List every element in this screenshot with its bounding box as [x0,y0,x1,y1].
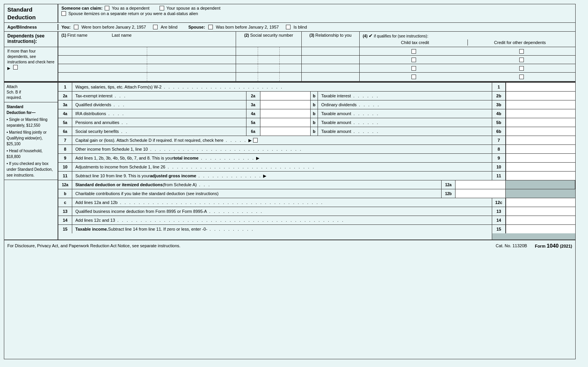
line-10-input[interactable] [506,163,575,171]
line-12a-value[interactable] [455,180,506,189]
line-3a-input[interactable] [260,100,310,109]
line-12b-input[interactable] [455,189,505,198]
dep-ssn4c[interactable] [280,73,301,81]
dep-ssn2b[interactable] [258,56,280,64]
line-9-row: 9 Add lines 1, 2b, 3b, 4b, 5b, 6b, 7, an… [58,154,575,163]
line-7-value[interactable] [506,136,575,144]
line-9-value[interactable] [506,154,575,162]
dep-col-rel: (3) Relationship to you [302,32,360,47]
dep-other-cb-2[interactable] [519,58,524,62]
line-2b-value[interactable] [506,92,575,100]
dep-fname-input-2[interactable] [58,56,147,64]
line-13-input[interactable] [506,207,575,216]
line-8-input[interactable] [506,145,575,153]
dep-ssn2a[interactable] [236,56,258,64]
line-4b-input[interactable] [506,109,575,118]
dep-ssn3b[interactable] [258,64,280,72]
line-14-input[interactable] [506,216,575,224]
dep-child-cb-3[interactable] [411,66,416,71]
line-3b-input[interactable] [506,100,575,109]
line-6b-input[interactable] [506,127,575,136]
line-13-value[interactable] [506,207,575,216]
line-2b-input[interactable] [506,92,575,100]
dep-ssn1b[interactable] [258,47,280,55]
dep-lname-input-3[interactable] [147,64,236,72]
line-12c-value[interactable] [506,198,575,207]
dep-rel-input-3[interactable] [302,64,359,72]
dep-qualify-4 [360,73,575,81]
line-12b-desc: Charitable contributions if you take the… [72,189,442,198]
line-15-value[interactable] [506,225,575,233]
line-6a-box-label: 6a [246,127,260,136]
dep-child-cb-2[interactable] [411,58,416,62]
line-11-input[interactable] [506,172,575,180]
is-blind-checkbox[interactable] [286,25,291,29]
line-12b-value[interactable] [455,189,506,198]
dep-fname-1[interactable] [58,47,147,55]
line-2a-value[interactable] [260,92,311,100]
dep-child-cb-4[interactable] [411,75,416,79]
line-5b-input[interactable] [506,118,575,127]
line-8-value[interactable] [506,145,575,153]
you-dependent-checkbox[interactable] [105,6,109,10]
line-6a-input[interactable] [260,127,310,136]
dep-rel-3[interactable] [302,64,360,72]
line-5a-value[interactable] [260,118,311,127]
spouse-dependent-checkbox[interactable] [160,6,164,10]
dep-ssn3c[interactable] [280,64,301,72]
line-1-value[interactable] [506,83,575,91]
dep-child-cb-1[interactable] [411,49,416,54]
dep-ssn-1 [236,47,302,55]
line-5a-input[interactable] [260,118,310,127]
dep-rel-input-4[interactable] [302,73,359,81]
dep-rel-2[interactable] [302,56,360,64]
dep-fname-input-4[interactable] [58,73,147,81]
line-12c-input[interactable] [506,198,575,207]
line-1-input[interactable] [506,83,575,91]
dep-rel-input-1[interactable] [302,47,359,55]
dep-ssn3a[interactable] [236,64,258,72]
line-9-input[interactable] [506,154,575,162]
dep-other-cb-3[interactable] [519,66,524,71]
dep-ssn4b[interactable] [258,73,280,81]
spouse-itemizes-checkbox[interactable] [61,11,66,16]
dep-ssn2c[interactable] [280,56,301,64]
line-4a-input[interactable] [260,109,310,118]
line-13-num: 13 [58,207,72,216]
dep-rel-1[interactable] [302,47,360,55]
line-1-row: 1 Wages, salaries, tips, etc. Attach For… [58,83,575,92]
dep-other-cb-1[interactable] [519,49,524,54]
line-3a-value[interactable] [260,100,311,109]
line-6b-value[interactable] [506,127,575,136]
line-3b-value[interactable] [506,100,575,109]
dep-ssn1a[interactable] [236,47,258,55]
line-10-value[interactable] [506,163,575,171]
dep-fname-input-3[interactable] [58,64,147,72]
dep-lname-input-4[interactable] [147,73,236,81]
dep-ssn4a[interactable] [236,73,258,81]
line-15-input[interactable] [506,225,575,233]
dep-fname-input-1[interactable] [58,47,147,55]
line-11-value[interactable] [506,172,575,180]
line-3a-num: 3a [58,100,72,109]
spouse-born-before-checkbox[interactable] [208,25,213,29]
born-before-checkbox[interactable] [74,25,78,29]
dep-lname-1[interactable] [147,47,236,55]
dep-lname-input-1[interactable] [147,47,236,55]
line-14-value[interactable] [506,216,575,224]
more-dependents-checkbox[interactable] [13,65,18,70]
line-6a-value[interactable] [260,127,311,136]
dep-rel-input-2[interactable] [302,56,359,64]
line-5b-value[interactable] [506,118,575,127]
line-12a-input[interactable] [455,180,505,189]
line-7-checkbox[interactable] [253,138,258,143]
are-blind-checkbox[interactable] [153,25,158,29]
line-2a-input[interactable] [260,92,310,100]
line-7-input[interactable] [506,136,575,144]
line-4a-value[interactable] [260,109,311,118]
dep-lname-input-2[interactable] [147,56,236,64]
dep-ssn1c[interactable] [280,47,301,55]
dep-rel-4[interactable] [302,73,360,81]
line-4b-value[interactable] [506,109,575,118]
dep-other-cb-4[interactable] [519,75,524,79]
